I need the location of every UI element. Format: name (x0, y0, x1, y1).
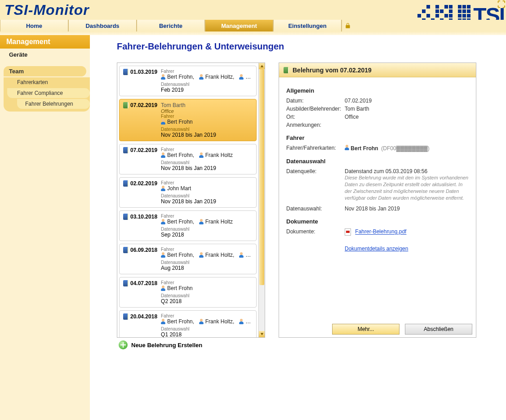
value-ausbilder: Tom Barth (345, 106, 469, 112)
lock-icon[interactable] (342, 20, 353, 31)
sidebar-item-fahrerkarten[interactable]: Fahrerkarten (7, 77, 90, 87)
person-icon (161, 74, 165, 80)
sidebar-item-geraete[interactable]: Geräte (0, 49, 90, 61)
book-icon (123, 247, 129, 253)
nav-tab-management[interactable]: Management (205, 20, 273, 31)
book-icon (123, 313, 129, 320)
person-icon (161, 252, 165, 258)
instruction-list: 01.03.2019Fahrer Bert Frohn, Frank Holtz… (117, 63, 265, 338)
person-icon (239, 74, 244, 80)
mehr-button[interactable]: Mehr... (332, 324, 399, 335)
plus-icon (119, 340, 128, 349)
scrollbar[interactable] (258, 63, 265, 337)
label-datum: Datum: (286, 98, 345, 104)
document-link[interactable]: Fahrer-Belehrung.pdf (355, 229, 406, 235)
sidebar-item-fahrer-belehrungen[interactable]: Fahrer Belehrungen (17, 99, 90, 109)
nav-tab-dashboards[interactable]: Dashboards (68, 20, 137, 31)
sidebar: Management Geräte Team FahrerkartenFahre… (0, 35, 90, 420)
person-icon (199, 252, 204, 258)
list-item[interactable]: 01.03.2019Fahrer Bert Frohn, Frank Holtz… (119, 66, 257, 96)
book-icon (123, 69, 129, 75)
person-icon (161, 152, 165, 158)
label-dokumente: Dokumente: (286, 228, 345, 252)
value-datum: 07.02.2019 (345, 98, 469, 104)
person-icon (161, 319, 165, 324)
document-link-row: Fahrer-Belehrung.pdf (345, 228, 469, 236)
list-item[interactable]: 06.09.2018Fahrer Bert Frohn, Frank Holtz… (119, 244, 257, 274)
section-dokumente: Dokumente (286, 218, 469, 225)
book-icon (123, 280, 129, 286)
detail-panel: Belehrung vom 07.02.2019 Allgemein Datum… (279, 63, 476, 338)
list-item[interactable]: 20.04.2018Fahrer Bert Frohn, Frank Holtz… (119, 310, 257, 337)
fullscreen-icon[interactable]: ⛶ (497, 0, 506, 9)
scroll-down-icon[interactable] (259, 331, 265, 337)
document-details-link[interactable]: Dokumentdetails anzeigen (345, 246, 408, 252)
list-item[interactable]: 03.10.2018Fahrer Bert Frohn, Frank Holtz… (119, 210, 257, 241)
person-icon (199, 319, 204, 324)
sidebar-item-fahrer-compliance[interactable]: Fahrer Compliance (7, 88, 90, 98)
person-icon (239, 252, 244, 258)
main-nav: HomeDashboardsBerichteManagementEinstell… (0, 20, 506, 31)
person-icon (199, 74, 204, 80)
value-ort: Office (345, 114, 469, 120)
page-title: Fahrer-Belehrungen & Unterweisungen (117, 35, 506, 63)
label-ort: Ort: (286, 114, 345, 120)
person-icon (199, 152, 204, 158)
person-icon (199, 219, 204, 224)
person-icon (345, 145, 349, 150)
value-datenquelle: Datenstand zum 05.03.2019 08:56 (345, 168, 469, 174)
new-instruction-label: Neue Belehrung Erstellen (131, 342, 202, 349)
label-datenauswahl: Datenauswahl: (286, 206, 345, 212)
pdf-icon (345, 228, 351, 236)
new-instruction-button[interactable]: Neue Belehrung Erstellen (117, 338, 265, 352)
label-datenquelle: Datenquelle: (286, 168, 345, 201)
label-anmerkungen: Anmerkungen: (286, 122, 345, 128)
person-icon (239, 319, 244, 324)
person-icon (161, 186, 165, 191)
book-icon (123, 214, 129, 220)
section-allgemein: Allgemein (286, 87, 469, 94)
list-item[interactable]: 04.07.2018Fahrer Bert FrohnDatenauswahlQ… (119, 277, 257, 308)
person-icon (161, 119, 165, 125)
detail-title: Belehrung vom 07.02.2019 (293, 67, 372, 74)
list-item[interactable]: 02.02.2019Fahrer John MartDatenauswahlNo… (119, 177, 257, 208)
book-icon (123, 180, 129, 187)
abschliessen-button[interactable]: Abschließen (405, 324, 472, 335)
section-datenauswahl: Datenauswahl (286, 158, 469, 165)
label-fahrerkarten: Fahrer/Fahrerkarten: (286, 145, 345, 152)
value-datenauswahl: Nov 2018 bis Jan 2019 (345, 206, 469, 212)
nav-tab-home[interactable]: Home (0, 20, 68, 31)
datenquelle-note: Diese Belehrung wurde mit den im System … (345, 174, 469, 201)
nav-tab-berichte[interactable]: Berichte (137, 20, 205, 31)
value-fahrerkarten: Bert Frohn (DF00▓▓▓▓▓▓▓▓) (345, 145, 469, 152)
list-item[interactable]: 07.02.2019Tom BarthOfficeFahrer Bert Fro… (119, 99, 257, 141)
person-icon (161, 219, 165, 224)
app-title: TSI-Monitor (4, 2, 89, 18)
book-icon (284, 67, 289, 73)
book-icon (123, 102, 129, 108)
section-fahrer: Fahrer (286, 134, 469, 141)
nav-tab-einstellungen[interactable]: Einstellungen (273, 20, 342, 31)
scroll-thumb[interactable] (259, 69, 264, 285)
scroll-up-icon[interactable] (259, 63, 265, 69)
sidebar-title: Management (0, 35, 90, 49)
sidebar-item-team[interactable]: Team (4, 66, 86, 76)
book-icon (123, 147, 129, 153)
list-item[interactable]: 07.02.2019Fahrer Bert Frohn, Frank Holtz… (119, 144, 257, 174)
value-anmerkungen (345, 122, 469, 128)
person-icon (161, 286, 165, 291)
label-ausbilder: Ausbilder/Belehrender: (286, 106, 345, 112)
